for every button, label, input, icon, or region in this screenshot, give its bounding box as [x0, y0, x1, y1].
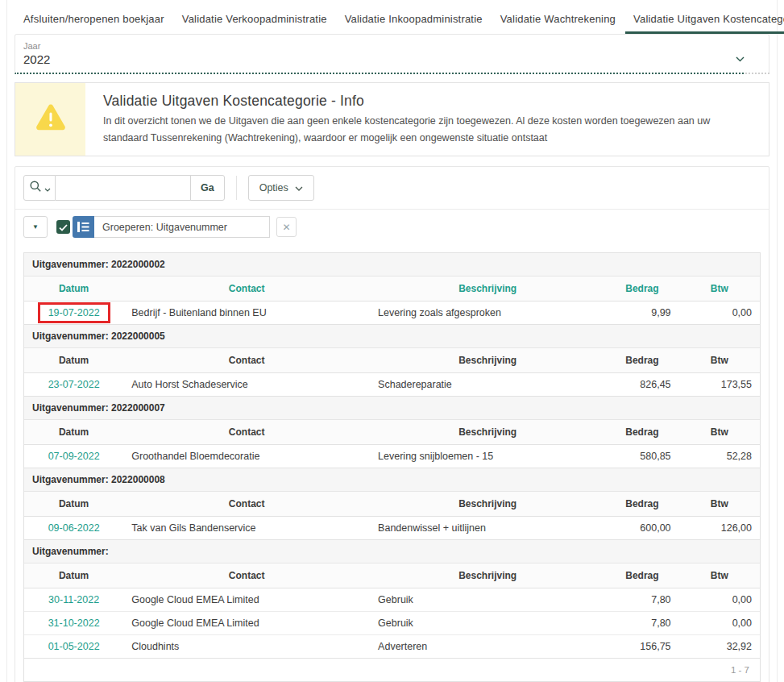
column-header-bedrag[interactable]: Bedrag: [605, 277, 678, 301]
cell-beschrijving: Levering snijbloemen - 15: [370, 445, 605, 468]
column-header-beschrijving[interactable]: Beschrijving: [370, 420, 605, 445]
column-header-btw[interactable]: Btw: [679, 348, 760, 373]
year-select[interactable]: Jaar 2022: [15, 34, 769, 74]
break-dropdown-button[interactable]: ▼: [23, 216, 48, 238]
group-header: Uitgavenummer: 2022000005: [24, 324, 760, 347]
date-link[interactable]: 19-07-2022: [48, 307, 100, 318]
date-link[interactable]: 01-05-2022: [48, 641, 100, 652]
tab-validatie-uitgaven-kostencategorie[interactable]: Validatie Uitgaven Kostencategorie: [624, 4, 784, 34]
table-row: 01-05-2022CloudhintsAdverteren156,7532,9…: [24, 635, 760, 659]
tab-afsluiten-heropenen-boekjaar[interactable]: Afsluiten/heropenen boekjaar: [15, 4, 173, 34]
group-header: Uitgavenummer: 2022000008: [24, 468, 760, 491]
report-table: DatumContactBeschrijvingBedragBtw09-06-2…: [24, 491, 760, 539]
table-row: 31-10-2022Google Cloud EMEA LimitedGebru…: [24, 612, 760, 635]
tab-validatie-inkoopadministratie[interactable]: Validatie Inkoopadministratie: [336, 4, 492, 34]
column-header-btw[interactable]: Btw: [679, 492, 760, 517]
date-link[interactable]: 31-10-2022: [48, 618, 100, 629]
column-header-btw[interactable]: Btw: [679, 563, 760, 588]
pagination: 1 - 7: [24, 658, 760, 681]
group-break-chip[interactable]: Groeperen: Uitgavenummer: [73, 216, 270, 238]
column-header-datum[interactable]: Datum: [24, 277, 123, 301]
cell-btw: 0,00: [679, 301, 760, 325]
tab-validatie-verkoopadministratie[interactable]: Validatie Verkoopadministratie: [173, 4, 336, 34]
cell-datum: 07-09-2022: [24, 445, 123, 468]
column-header-contact[interactable]: Contact: [123, 492, 370, 517]
cell-bedrag: 826,45: [605, 373, 678, 397]
cell-bedrag: 600,00: [605, 517, 678, 540]
group-header: Uitgavenummer:: [24, 539, 760, 563]
cell-btw: 52,28: [679, 445, 760, 468]
column-header-datum[interactable]: Datum: [24, 563, 123, 588]
cell-datum: 01-05-2022: [24, 635, 123, 659]
column-header-btw[interactable]: Btw: [679, 277, 760, 301]
warning-triangle-icon: [35, 103, 67, 135]
search-options-button[interactable]: [23, 175, 56, 201]
magnifier-icon: [29, 180, 42, 196]
date-link[interactable]: 09-06-2022: [48, 522, 100, 534]
cell-btw: 126,00: [679, 517, 760, 540]
chevron-down-icon: [736, 51, 745, 65]
date-link[interactable]: 07-09-2022: [48, 451, 100, 462]
toolbar-divider: [236, 176, 237, 200]
date-link[interactable]: 23-07-2022: [48, 379, 100, 390]
report-table-container: Uitgavenummer: 2022000002DatumContactBes…: [23, 252, 761, 682]
cell-datum: 23-07-2022: [24, 373, 123, 397]
cell-bedrag: 7,80: [605, 612, 678, 635]
cell-beschrijving: Gebruik: [370, 588, 605, 612]
group-header: Uitgavenummer: 2022000007: [24, 396, 760, 419]
info-box-icon-strip: [15, 83, 85, 156]
cell-beschrijving: Adverteren: [370, 635, 605, 659]
info-box: Validatie Uitgaven Kostencategorie - Inf…: [15, 82, 769, 156]
close-icon: ✕: [282, 222, 290, 233]
red-annotation-box: 19-07-2022: [38, 302, 110, 323]
report-table: DatumContactBeschrijvingBedragBtw23-07-2…: [24, 347, 760, 396]
column-header-contact[interactable]: Contact: [123, 277, 370, 301]
column-header-bedrag[interactable]: Bedrag: [605, 492, 678, 517]
report-table: DatumContactBeschrijvingBedragBtw07-09-2…: [24, 419, 760, 468]
year-label: Jaar: [23, 41, 761, 51]
column-header-datum[interactable]: Datum: [24, 492, 123, 517]
column-header-contact[interactable]: Contact: [123, 563, 370, 588]
cell-bedrag: 7,80: [605, 588, 678, 612]
cell-datum: 09-06-2022: [24, 517, 123, 540]
table-row: 07-09-2022Groothandel BloemdecoratieLeve…: [24, 445, 760, 468]
column-header-beschrijving[interactable]: Beschrijving: [370, 563, 605, 588]
tab-validatie-wachtrekening[interactable]: Validatie Wachtrekening: [492, 4, 624, 34]
cell-contact: Groothandel Bloemdecoratie: [123, 445, 370, 468]
checkmark-icon: [59, 220, 68, 235]
group-header: Uitgavenummer: 2022000002: [24, 253, 760, 276]
info-box-title: Validatie Uitgaven Kostencategorie - Inf…: [103, 93, 753, 110]
options-button-label: Opties: [259, 182, 288, 193]
search-input[interactable]: [56, 175, 191, 201]
column-header-datum[interactable]: Datum: [24, 348, 123, 373]
column-header-beschrijving[interactable]: Beschrijving: [370, 492, 605, 517]
column-header-contact[interactable]: Contact: [123, 348, 370, 373]
cell-beschrijving: Gebruik: [370, 612, 605, 635]
info-box-body: In dit overzicht tonen we de Uitgaven di…: [103, 113, 753, 146]
column-header-beschrijving[interactable]: Beschrijving: [370, 277, 605, 301]
column-header-btw[interactable]: Btw: [679, 420, 760, 445]
go-button[interactable]: Ga: [190, 175, 225, 201]
cell-bedrag: 580,85: [605, 445, 678, 468]
cell-btw: 173,55: [679, 373, 760, 397]
column-header-bedrag[interactable]: Bedrag: [605, 420, 678, 445]
cell-bedrag: 9,99: [605, 301, 678, 325]
options-button[interactable]: Opties: [248, 175, 314, 201]
remove-break-button[interactable]: ✕: [276, 217, 297, 237]
tab-bar: Afsluiten/heropenen boekjaar Validatie V…: [15, 0, 769, 34]
column-header-beschrijving[interactable]: Beschrijving: [370, 348, 605, 373]
group-break-label: Groeperen: Uitgavenummer: [94, 216, 270, 238]
column-header-datum[interactable]: Datum: [24, 420, 123, 445]
cell-beschrijving: Levering zoals afgesproken: [370, 301, 605, 325]
break-enabled-checkbox[interactable]: [56, 220, 70, 234]
date-link[interactable]: 30-11-2022: [48, 594, 99, 605]
cell-btw: 0,00: [679, 588, 760, 612]
control-break-toolbar: ▼ Groeperen: Uitgavenummer ✕: [15, 209, 769, 244]
column-header-contact[interactable]: Contact: [123, 420, 370, 445]
chevron-down-icon: [44, 181, 51, 195]
column-header-bedrag[interactable]: Bedrag: [605, 348, 678, 373]
cell-contact: Auto Horst Schadeservice: [123, 373, 370, 397]
cell-bedrag: 156,75: [605, 635, 678, 659]
info-box-content: Validatie Uitgaven Kostencategorie - Inf…: [85, 83, 769, 156]
column-header-bedrag[interactable]: Bedrag: [605, 563, 678, 588]
